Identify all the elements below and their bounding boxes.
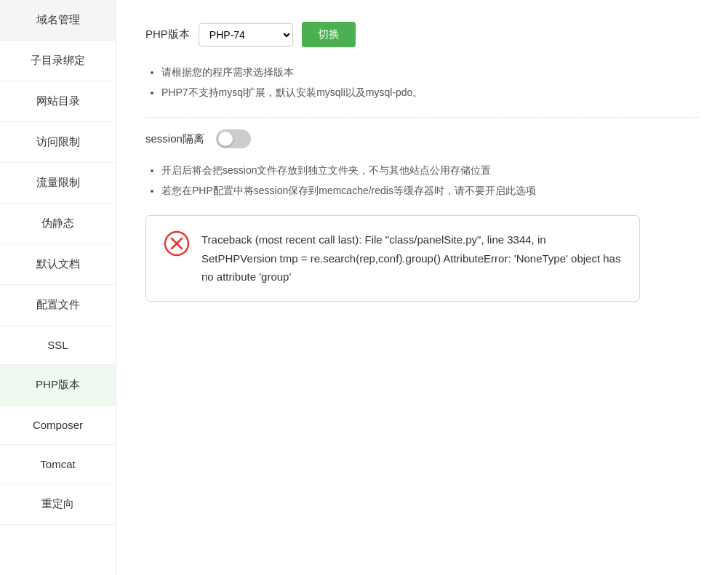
error-icon: [164, 230, 190, 257]
php-info-list: 请根据您的程序需求选择版本 PHP7不支持mysql扩展，默认安装mysqli以…: [145, 62, 699, 102]
session-row: session隔离: [145, 129, 699, 148]
sidebar-item-label: Composer: [33, 419, 83, 431]
session-label: session隔离: [145, 132, 204, 146]
error-message: Traceback (most recent call last): File …: [201, 230, 622, 286]
sidebar-item-label: 子目录绑定: [31, 54, 85, 66]
sidebar-item-webdir[interactable]: 网站目录: [0, 81, 116, 122]
sidebar: 域名管理 子目录绑定 网站目录 访问限制 流量限制 伪静态 默认文档 配置文件 …: [0, 0, 116, 575]
php-version-label: PHP版本: [145, 28, 190, 41]
sidebar-item-label: 默认文档: [36, 257, 80, 270]
php-version-row: PHP版本 PHP-74 PHP-54 PHP-55 PHP-56 PHP-70…: [145, 22, 699, 47]
divider: [145, 117, 699, 118]
sidebar-item-access[interactable]: 访问限制: [0, 122, 116, 163]
sidebar-item-domain[interactable]: 域名管理: [0, 0, 116, 41]
php-info-item-1: 请根据您的程序需求选择版本: [161, 62, 699, 82]
sidebar-item-default-doc[interactable]: 默认文档: [0, 244, 116, 285]
error-box: Traceback (most recent call last): File …: [145, 215, 640, 302]
php-info-item-2: PHP7不支持mysql扩展，默认安装mysqli以及mysql-pdo。: [161, 82, 699, 102]
main-content: PHP版本 PHP-74 PHP-54 PHP-55 PHP-56 PHP-70…: [116, 0, 728, 575]
sidebar-item-label: 流量限制: [36, 176, 80, 188]
sidebar-item-tomcat[interactable]: Tomcat: [0, 445, 116, 484]
sidebar-item-config[interactable]: 配置文件: [0, 285, 116, 326]
sidebar-item-label: 配置文件: [36, 298, 80, 310]
sidebar-item-ssl[interactable]: SSL: [0, 326, 116, 365]
sidebar-item-redirect[interactable]: 重定向: [0, 484, 116, 525]
sidebar-item-subdir[interactable]: 子目录绑定: [0, 41, 116, 81]
sidebar-item-php-version[interactable]: PHP版本: [0, 365, 116, 406]
php-version-select[interactable]: PHP-74 PHP-54 PHP-55 PHP-56 PHP-70 PHP-7…: [199, 23, 293, 47]
sidebar-item-label: SSL: [47, 339, 68, 351]
toggle-thumb: [218, 132, 233, 146]
session-info-item-2: 若您在PHP配置中将session保存到memcache/redis等缓存器时，…: [161, 180, 699, 201]
sidebar-item-label: Tomcat: [40, 458, 75, 470]
sidebar-item-rewrite[interactable]: 伪静态: [0, 204, 116, 244]
sidebar-item-traffic[interactable]: 流量限制: [0, 163, 116, 204]
sidebar-item-label: 域名管理: [36, 13, 80, 25]
sidebar-item-label: PHP版本: [36, 378, 80, 390]
session-info-list: 开启后将会把session文件存放到独立文件夹，不与其他站点公用存储位置 若您在…: [145, 160, 699, 201]
session-info-item-1: 开启后将会把session文件存放到独立文件夹，不与其他站点公用存储位置: [161, 160, 699, 180]
session-toggle[interactable]: [216, 129, 251, 148]
sidebar-item-label: 网站目录: [36, 95, 80, 107]
switch-button[interactable]: 切换: [302, 22, 356, 47]
sidebar-item-composer[interactable]: Composer: [0, 406, 116, 445]
sidebar-item-label: 重定向: [41, 497, 74, 510]
sidebar-item-label: 伪静态: [41, 217, 74, 229]
sidebar-item-label: 访问限制: [36, 135, 80, 148]
toggle-track: [216, 129, 251, 148]
